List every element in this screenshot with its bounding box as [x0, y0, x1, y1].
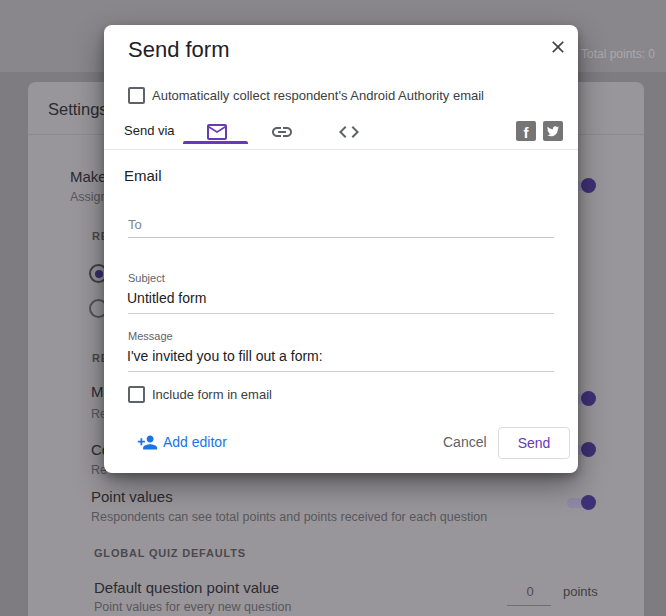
- screen: Total points: 0 Settings Make t Assign R…: [0, 0, 666, 616]
- subject-field-label: Subject: [128, 272, 165, 284]
- link-tab-icon[interactable]: [270, 120, 294, 144]
- missed-questions-label-clipped: M: [91, 383, 104, 400]
- subject-field-value[interactable]: Untitled form: [127, 290, 206, 306]
- facebook-glyph: f: [524, 125, 529, 140]
- add-editor-button[interactable]: Add editor: [163, 434, 227, 450]
- point-values-label: Point values: [91, 488, 173, 505]
- message-field-underline: [128, 371, 554, 372]
- points-unit-label: points: [563, 584, 598, 599]
- message-field-value[interactable]: I've invited you to fill out a form:: [127, 348, 323, 364]
- make-quiz-subtitle-clipped: Assign: [70, 190, 108, 204]
- default-point-value-underline: [507, 605, 551, 606]
- default-point-value-subtitle: Point values for every new question: [94, 600, 291, 614]
- settings-page-title: Settings: [48, 100, 108, 119]
- twitter-icon[interactable]: [543, 121, 563, 141]
- selected-tab-indicator: [183, 141, 248, 144]
- facebook-icon[interactable]: f: [516, 121, 536, 141]
- collect-email-label: Automatically collect respondent's Andro…: [152, 88, 484, 103]
- make-quiz-toggle: [581, 178, 596, 193]
- global-defaults-header: GLOBAL QUIZ DEFAULTS: [94, 547, 246, 559]
- message-field-label: Message: [128, 330, 173, 342]
- send-button[interactable]: Send: [498, 427, 570, 459]
- collect-email-checkbox[interactable]: [128, 87, 145, 104]
- tabs-divider: [104, 149, 578, 150]
- default-point-value-label: Default question point value: [94, 579, 279, 596]
- person-add-icon[interactable]: [137, 432, 159, 454]
- radio-dot: [95, 270, 103, 278]
- correct-toggle: [581, 442, 596, 457]
- include-form-checkbox[interactable]: [128, 386, 145, 403]
- embed-code-tab-icon[interactable]: [337, 120, 361, 144]
- missed-toggle: [581, 391, 596, 406]
- point-values-toggle: [581, 495, 596, 510]
- to-field-underline[interactable]: [128, 237, 554, 238]
- send-form-dialog: Send form Automatically collect responde…: [104, 25, 578, 473]
- send-via-label: Send via: [124, 123, 175, 138]
- to-field-placeholder: To: [128, 217, 142, 232]
- email-section-heading: Email: [124, 167, 162, 184]
- include-form-label: Include form in email: [152, 387, 272, 402]
- dialog-title: Send form: [128, 37, 230, 63]
- point-values-subtitle: Respondents can see total points and poi…: [91, 510, 487, 524]
- cancel-button[interactable]: Cancel: [443, 434, 487, 450]
- close-icon[interactable]: [546, 35, 570, 59]
- default-point-value-input: 0: [520, 584, 540, 599]
- subject-field-underline: [128, 313, 554, 314]
